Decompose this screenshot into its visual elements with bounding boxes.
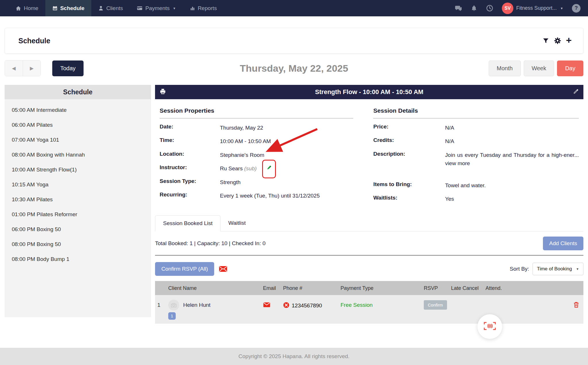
nav-item-reports[interactable]: Reports: [183, 0, 224, 16]
chat-icon[interactable]: [454, 5, 462, 12]
invalid-phone-icon: [283, 302, 289, 310]
chevron-down-icon: ▼: [173, 7, 176, 10]
credit-card-icon: [137, 5, 143, 11]
arrow-left-icon: ◀: [12, 65, 16, 71]
gear-icon[interactable]: [554, 37, 561, 44]
footer: Copyright © 2025 Hapana. All rights rese…: [0, 348, 588, 365]
sidebar-session-item[interactable]: 08:00 AM Boxing with Hannah: [5, 147, 151, 162]
bar-chart-icon: [190, 5, 195, 11]
instructor-name: Ru Sears: [220, 165, 243, 171]
plus-icon[interactable]: +: [566, 35, 572, 45]
sidebar-session-item[interactable]: 06:00 AM Pilates: [5, 118, 151, 132]
chevron-down-icon: ▼: [576, 267, 579, 271]
sidebar-title: Schedule: [5, 85, 151, 99]
row-index: 1: [155, 300, 168, 308]
person-icon: [98, 5, 104, 11]
client-cell: 1 Helen Hunt: [168, 300, 263, 320]
detail-row-credits: Credits: N/A: [373, 137, 579, 145]
help-icon[interactable]: ?: [572, 4, 581, 13]
nav-item-clients[interactable]: Clients: [91, 0, 130, 16]
view-more-link[interactable]: view more: [445, 160, 470, 166]
user-name: Fitness Support...: [516, 5, 557, 11]
property-row-instructor: Instructor: Ru Sears (sub): [160, 164, 353, 173]
today-button[interactable]: Today: [52, 60, 84, 76]
instructor-sub-note: (sub): [244, 165, 256, 171]
filter-icon[interactable]: [542, 37, 549, 44]
nav-item-label: Schedule: [60, 5, 84, 11]
col-header-payment-type: Payment Type: [341, 285, 424, 291]
sidebar-session-item[interactable]: 10:15 AM Yoga: [5, 177, 151, 192]
nav-item-home[interactable]: Home: [9, 0, 45, 16]
week-view-button[interactable]: Week: [524, 60, 554, 76]
booking-summary-row: Total Booked: 1 | Capacity: 10 | Checked…: [155, 237, 583, 250]
nav-item-label: Clients: [106, 5, 123, 11]
property-row-time: Time: 10:00 AM - 10:50 AM: [160, 137, 353, 145]
edit-instructor-icon[interactable]: [266, 165, 272, 173]
sidebar-session-item[interactable]: 05:00 AM Intermediate: [5, 103, 151, 118]
user-menu[interactable]: SV Fitness Support... ▼: [502, 3, 563, 14]
session-details-section: Session Details Price: N/A Credits: N/A …: [373, 107, 581, 203]
property-row-location: Location: Stephanie's Room: [160, 151, 353, 159]
col-header-rsvp: RSVP: [424, 285, 451, 291]
description-text: Join us every Tuesday and Thursday for a…: [445, 152, 579, 158]
detail-row-description: Description: Join us every Tuesday and T…: [373, 151, 579, 176]
edit-session-icon[interactable]: [573, 89, 579, 95]
next-day-button[interactable]: ▶: [23, 60, 40, 76]
sidebar-session-item[interactable]: 10:00 AM Strength Flow(1): [5, 162, 151, 177]
sort-by-dropdown[interactable]: Time of Booking ▼: [533, 263, 583, 275]
property-row-date: Date: Thursday, May 22: [160, 124, 353, 132]
day-view-button[interactable]: Day: [557, 60, 583, 76]
sidebar-session-item[interactable]: 07:00 AM Yoga 101: [5, 132, 151, 147]
date-title: Thursday, May 22, 2025: [240, 63, 348, 74]
booking-summary: Total Booked: 1 | Capacity: 10 | Checked…: [155, 240, 266, 247]
divider: [155, 255, 583, 256]
booked-clients-table: Client Name Email Phone # Payment Type R…: [155, 281, 583, 324]
add-clients-button[interactable]: Add Clients: [543, 237, 583, 250]
barcode-scan-icon: [483, 321, 496, 332]
email-icon[interactable]: [263, 300, 283, 309]
tab-session-booked-list[interactable]: Session Booked List: [155, 215, 220, 231]
booking-tabs: Session Booked List Waitlist: [155, 215, 583, 231]
col-header-late-cancel: Late Cancel: [451, 285, 486, 291]
client-name-link[interactable]: Helen Hunt: [183, 302, 210, 320]
booking-count-badge: 1: [168, 312, 176, 320]
table-row: 1 1 Helen Hunt 1234567890 Free Session C…: [155, 295, 583, 324]
sidebar-session-item[interactable]: 01:00 PM Pilates Reformer: [5, 207, 151, 222]
section-heading: Session Properties: [160, 107, 353, 118]
sort-by-value: Time of Booking: [537, 266, 572, 272]
sidebar-session-item[interactable]: 06:00 PM Boxing 50: [5, 222, 151, 237]
sidebar-session-list: 05:00 AM Intermediate 06:00 AM Pilates 0…: [5, 99, 151, 270]
nav-item-schedule[interactable]: Schedule: [45, 0, 91, 16]
avatar: SV: [502, 3, 513, 14]
table-header-row: Client Name Email Phone # Payment Type R…: [155, 281, 583, 295]
delete-booking-icon[interactable]: [573, 300, 583, 309]
copyright-text: Copyright © 2025 Hapana. All rights rese…: [239, 353, 350, 360]
calendar-nav: ◀ ▶ Today Thursday, May 22, 2025 Month W…: [5, 60, 583, 76]
calendar-icon: [52, 5, 58, 11]
client-avatar: [168, 300, 179, 311]
barcode-scan-button[interactable]: [477, 314, 502, 339]
sidebar-session-item[interactable]: 10:30 AM Pilates: [5, 192, 151, 207]
page-header-card: Schedule +: [5, 28, 583, 54]
clock-icon[interactable]: [486, 5, 493, 12]
month-view-button[interactable]: Month: [489, 60, 521, 76]
prev-day-button[interactable]: ◀: [5, 60, 23, 76]
bell-icon[interactable]: [471, 5, 477, 12]
sidebar-session-item[interactable]: 08:00 PM Boxing 50: [5, 237, 151, 252]
nav-item-payments[interactable]: Payments ▼: [130, 0, 183, 16]
rsvp-actions-row: Confirm RSVP (All) Sort By: Time of Book…: [155, 262, 583, 276]
property-row-recurring: Recurring: Every 1 week (Tue, Thu) until…: [160, 192, 353, 200]
payment-type: Free Session: [341, 300, 424, 308]
printer-icon[interactable]: [160, 88, 166, 96]
col-header-email: Email: [263, 285, 283, 291]
confirm-rsvp-all-button[interactable]: Confirm RSVP (All): [155, 262, 214, 276]
send-email-icon[interactable]: [219, 266, 227, 272]
confirm-rsvp-button[interactable]: Confirm: [424, 300, 447, 310]
chevron-down-icon: ▼: [560, 7, 563, 10]
content-area: Schedule 05:00 AM Intermediate 06:00 AM …: [5, 85, 583, 324]
tab-waitlist[interactable]: Waitlist: [220, 215, 254, 231]
sidebar-session-item[interactable]: 08:00 PM Body Bump 1: [5, 252, 151, 267]
page-title: Schedule: [18, 37, 50, 45]
section-heading: Session Details: [373, 107, 579, 118]
home-icon: [16, 5, 21, 11]
